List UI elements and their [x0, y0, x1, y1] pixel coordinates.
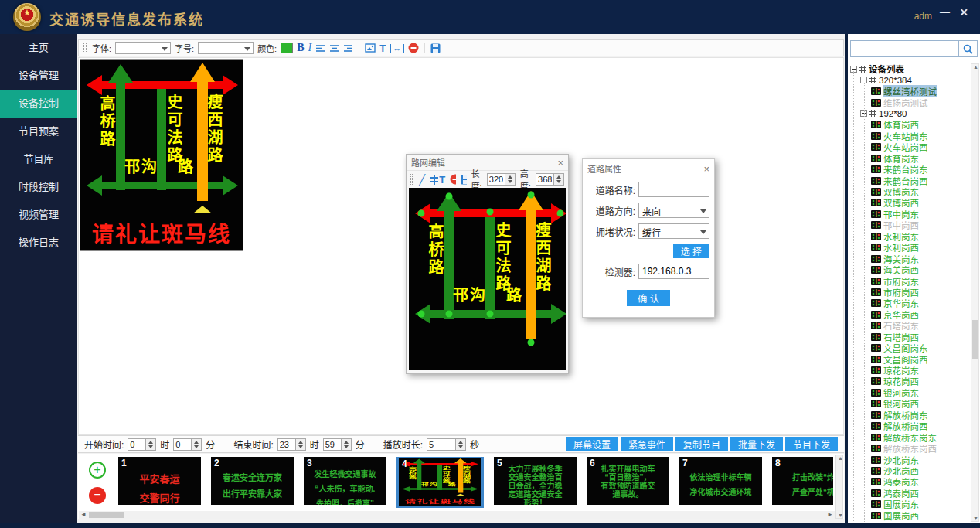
- device-item[interactable]: 双博岗西: [850, 197, 970, 208]
- device-item[interactable]: 银河岗东: [850, 387, 970, 398]
- device-item[interactable]: 市府岗西: [850, 287, 970, 298]
- playlist-vertical-scrollbar[interactable]: ▲ ▼: [835, 455, 843, 519]
- device-item[interactable]: 京华岗东: [850, 298, 970, 308]
- duration-input[interactable]: [427, 438, 456, 451]
- anchor-icon[interactable]: [430, 175, 434, 185]
- spinner-arrows[interactable]: [146, 438, 156, 451]
- device-item[interactable]: 火车站岗东: [850, 131, 970, 141]
- device-item[interactable]: 银河岗西: [850, 398, 970, 409]
- device-item[interactable]: 水利岗东: [850, 231, 970, 242]
- insert-text-icon[interactable]: T: [379, 43, 386, 54]
- device-item[interactable]: 螺丝湾桥测试: [850, 86, 970, 97]
- device-item[interactable]: 石塔岗西: [850, 332, 970, 342]
- device-group-320*384[interactable]: 320*384: [850, 74, 970, 85]
- device-item[interactable]: 沙北岗东: [850, 454, 970, 465]
- insert-text-icon[interactable]: T: [439, 174, 445, 186]
- tree-scrollbar[interactable]: ▲ ▼: [971, 63, 979, 522]
- road-direction-select[interactable]: 来向: [638, 203, 709, 218]
- group-label[interactable]: 320*384: [879, 76, 912, 85]
- group-label[interactable]: 192*80: [879, 109, 907, 118]
- playlist-item-1[interactable]: 1平安春运交警同行: [118, 457, 201, 505]
- device-item[interactable]: 水利岗西: [850, 242, 970, 253]
- start-hour-input[interactable]: [128, 438, 146, 451]
- playlist-item-4[interactable]: 4高桥路史可法路瘦西湖路邗沟路请礼让斑马线: [396, 457, 484, 508]
- device-item[interactable]: 石塔岗东: [850, 320, 970, 331]
- playlist-item-6[interactable]: 6扎实开展电动车“百日整治”，有效预防道路交通事故。: [587, 457, 669, 505]
- device-item[interactable]: 来鹤台岗西: [850, 175, 970, 186]
- sidebar-item-video-management[interactable]: 视频管理: [0, 201, 77, 229]
- batch-send-button[interactable]: 批量下发: [730, 437, 783, 451]
- scrollbar-thumb[interactable]: [89, 512, 124, 518]
- device-item[interactable]: 邗中岗西: [850, 220, 970, 230]
- device-item[interactable]: 解放桥岗东: [850, 410, 970, 421]
- dialog-titlebar[interactable]: 路网编辑 ×: [407, 155, 568, 170]
- delete-icon[interactable]: [450, 174, 456, 185]
- playlist-horizontal-scrollbar[interactable]: ◄ ►: [79, 511, 835, 519]
- start-minute-input[interactable]: [173, 438, 192, 451]
- device-tree-root[interactable]: 设备列表: [850, 63, 970, 74]
- device-search-input[interactable]: [850, 40, 959, 57]
- device-item[interactable]: 京华岗西: [850, 309, 970, 320]
- close-button[interactable]: ×: [960, 5, 972, 21]
- congestion-select[interactable]: 缓行: [638, 223, 709, 239]
- draw-line-icon[interactable]: ╱: [419, 174, 425, 186]
- height-input[interactable]: [536, 173, 554, 186]
- spinner-arrows[interactable]: [505, 173, 516, 186]
- dialog-titlebar[interactable]: 道路属性 ×: [587, 161, 709, 176]
- spinner-arrows[interactable]: [456, 438, 466, 451]
- font-select[interactable]: [115, 42, 171, 54]
- end-hour-input[interactable]: [277, 438, 296, 451]
- device-item[interactable]: 文昌阁岗东: [850, 342, 970, 353]
- device-item[interactable]: 鸿泰岗西: [850, 488, 970, 499]
- spinner-arrows[interactable]: [342, 438, 352, 451]
- bold-icon[interactable]: B: [297, 42, 304, 54]
- device-item[interactable]: 沙北岗西: [850, 465, 970, 476]
- device-item[interactable]: 解放桥东岗西: [850, 443, 970, 454]
- search-button[interactable]: [959, 40, 978, 57]
- road-name-input[interactable]: [638, 182, 709, 197]
- device-item[interactable]: 国展岗西: [850, 510, 970, 521]
- send-program-button[interactable]: 节目下发: [785, 437, 838, 451]
- scroll-down-icon[interactable]: ▼: [838, 513, 843, 518]
- dialog-close-icon[interactable]: ×: [703, 164, 709, 174]
- tree-root-label[interactable]: 设备列表: [869, 63, 904, 75]
- align-center-icon[interactable]: [329, 44, 339, 53]
- sidebar-item-operation-log[interactable]: 操作日志: [0, 229, 77, 257]
- device-item[interactable]: 体育岗西: [850, 119, 970, 130]
- detector-input[interactable]: [638, 264, 709, 279]
- screen-settings-button[interactable]: 屏幕设置: [566, 437, 618, 451]
- sidebar-item-program-plan[interactable]: 节目预案: [0, 118, 77, 145]
- spinner-arrows[interactable]: [296, 438, 306, 451]
- sidebar-item-device-control[interactable]: 设备控制: [0, 90, 77, 118]
- add-program-button[interactable]: +: [89, 462, 106, 479]
- scrollbar-thumb[interactable]: [972, 320, 978, 359]
- device-group-192*80[interactable]: 192*80: [850, 108, 970, 119]
- device-item[interactable]: 邗中岗东: [850, 209, 970, 220]
- scroll-left-icon[interactable]: ◄: [80, 511, 87, 519]
- sign-preview[interactable]: 高桥路史可法路瘦西湖路邗沟路请礼让斑马线: [80, 59, 243, 251]
- remove-program-button[interactable]: −: [89, 487, 106, 504]
- playlist-item-2[interactable]: 2春运安全连万家出行平安靠大家: [211, 457, 294, 505]
- device-item[interactable]: 海关岗东: [850, 253, 970, 264]
- device-item[interactable]: 解放桥东岗东: [850, 431, 970, 442]
- spacing-icon[interactable]: ↔: [390, 44, 404, 53]
- select-detector-button[interactable]: 选 择: [673, 244, 709, 258]
- spinner-arrows[interactable]: [192, 438, 202, 451]
- device-item[interactable]: 市府岗东: [850, 275, 970, 286]
- italic-icon[interactable]: I: [308, 42, 312, 54]
- align-right-icon[interactable]: [343, 44, 353, 53]
- sidebar-item-device-management[interactable]: 设备管理: [0, 62, 77, 90]
- emergency-event-button[interactable]: 紧急事件: [621, 437, 673, 451]
- device-name[interactable]: 国展岗西: [883, 509, 919, 522]
- scroll-right-icon[interactable]: ►: [827, 511, 833, 519]
- align-left-icon[interactable]: [315, 44, 325, 53]
- scroll-up-icon[interactable]: ▲: [838, 455, 843, 461]
- font-size-select[interactable]: [198, 42, 254, 54]
- device-name[interactable]: 维扬岗测试: [883, 97, 928, 109]
- scroll-up-icon[interactable]: ▲: [973, 64, 978, 70]
- sidebar-item-home[interactable]: 主页: [0, 34, 77, 62]
- spinner-arrows[interactable]: [554, 173, 564, 186]
- toolbar-grip[interactable]: [410, 174, 413, 185]
- device-item[interactable]: 来鹤台岗东: [850, 164, 970, 175]
- device-item[interactable]: 体育岗东: [850, 153, 970, 164]
